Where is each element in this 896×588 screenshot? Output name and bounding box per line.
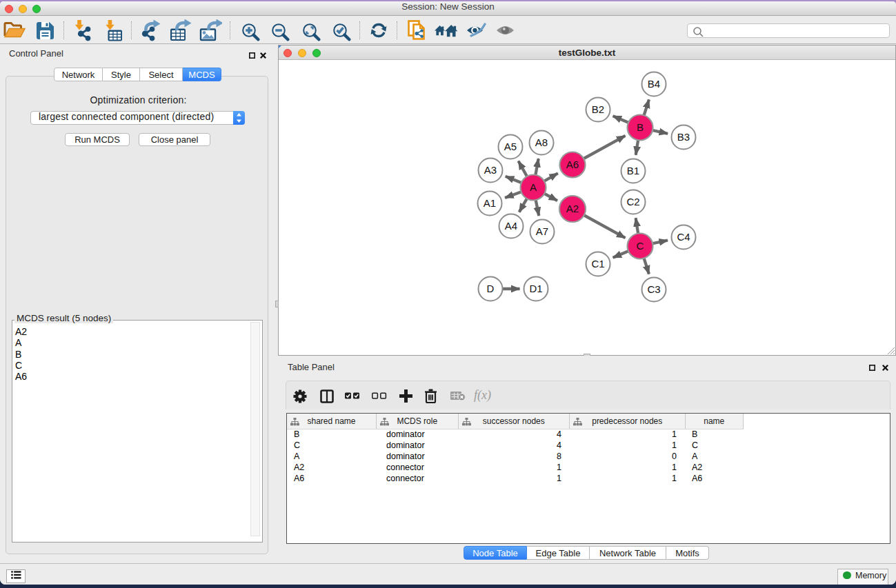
svg-text:B2: B2 [592,103,604,115]
svg-text:B3: B3 [677,131,690,143]
svg-text:B: B [637,121,644,133]
svg-text:A3: A3 [484,164,497,176]
svg-text:C4: C4 [677,231,690,243]
svg-text:A6: A6 [566,159,579,170]
svg-text:A8: A8 [535,136,548,148]
svg-text:D: D [487,283,495,294]
svg-text:A5: A5 [504,141,517,152]
svg-text:A: A [530,181,537,193]
svg-text:B4: B4 [648,78,660,90]
svg-text:A4: A4 [505,220,517,232]
svg-text:A2: A2 [566,203,579,214]
svg-text:C2: C2 [626,196,639,207]
svg-text:C3: C3 [647,283,660,295]
svg-text:A1: A1 [484,197,496,209]
svg-text:A7: A7 [536,225,548,237]
svg-text:C1: C1 [591,258,604,270]
svg-text:C: C [637,240,644,252]
svg-text:D1: D1 [529,283,542,294]
svg-text:B1: B1 [627,165,639,176]
